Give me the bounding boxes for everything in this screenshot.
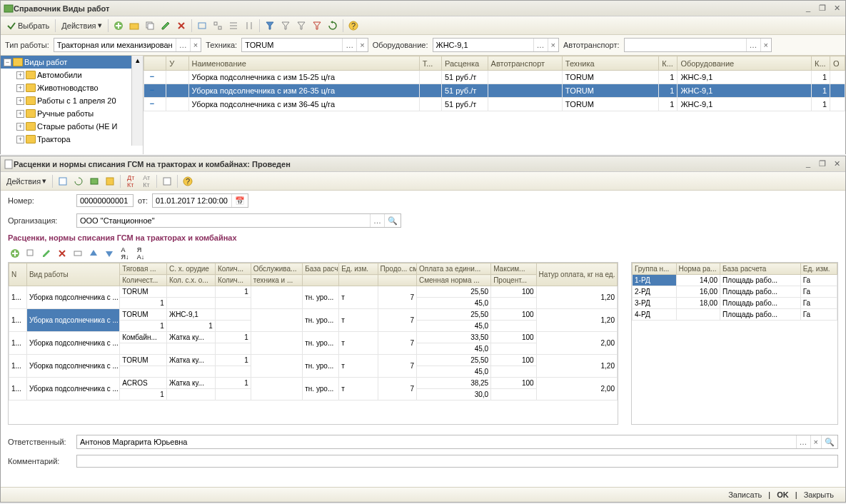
minimize-button[interactable]: _: [802, 159, 814, 169]
row-down-button[interactable]: [102, 246, 116, 261]
clear-icon[interactable]: ×: [548, 39, 558, 51]
auto-input[interactable]: [625, 39, 746, 51]
type-combo[interactable]: …×: [54, 38, 201, 52]
auto-combo[interactable]: …×: [624, 38, 772, 52]
col-header[interactable]: Вид работы: [26, 263, 119, 286]
row-add-button[interactable]: [8, 246, 22, 261]
col-header[interactable]: Количест...: [120, 275, 167, 286]
clear-icon[interactable]: ×: [190, 39, 201, 51]
go-button[interactable]: [87, 174, 101, 188]
col-header[interactable]: С. х. орудие: [166, 263, 215, 275]
clear-icon[interactable]: ×: [356, 39, 367, 51]
col-header[interactable]: Оплата за едини...: [416, 263, 490, 275]
dots-icon[interactable]: …: [796, 435, 810, 448]
tech-combo[interactable]: …×: [241, 38, 368, 52]
resp-input[interactable]: [77, 435, 796, 448]
org-combo[interactable]: …🔍: [76, 213, 401, 228]
maximize-button[interactable]: ❐: [817, 159, 828, 169]
col-header[interactable]: Кол. с.х. о...: [166, 275, 215, 286]
post-button[interactable]: [56, 174, 70, 188]
sort-button[interactable]: [242, 19, 256, 33]
dots-icon[interactable]: …: [533, 39, 548, 51]
table-row[interactable]: 1...Уборка подсолнечника с ...TORUMЖатка…: [9, 355, 618, 366]
side-grid[interactable]: Группа н...Норма ра...База расчетаЕд. из…: [631, 262, 838, 425]
row-delete-button[interactable]: [55, 246, 69, 261]
col-header[interactable]: Норма ра...: [676, 263, 720, 275]
col-header[interactable]: У: [166, 56, 188, 71]
dots-icon[interactable]: …: [342, 39, 356, 51]
col-header[interactable]: Процент...: [491, 275, 536, 286]
select-button[interactable]: Выбрать: [4, 21, 52, 31]
move-button[interactable]: [195, 19, 209, 33]
filter-off-button[interactable]: [278, 19, 293, 33]
number-input[interactable]: [76, 194, 134, 207]
equip-input[interactable]: [433, 39, 533, 51]
col-header[interactable]: Расценка: [441, 56, 488, 71]
tree-item[interactable]: +Ручные работы: [1, 107, 131, 120]
col-header[interactable]: [144, 56, 166, 71]
calendar-icon[interactable]: 📅: [231, 194, 248, 207]
col-header[interactable]: Ед. изм.: [800, 263, 837, 275]
maximize-button[interactable]: ❐: [817, 4, 828, 14]
resp-combo[interactable]: …×🔍: [76, 435, 838, 449]
filter-by-button[interactable]: [294, 19, 308, 33]
add-button[interactable]: [111, 19, 126, 33]
col-header[interactable]: Продо... смен...: [378, 263, 416, 275]
col-header[interactable]: [378, 275, 416, 286]
refresh-button-2[interactable]: [71, 174, 86, 188]
col-header[interactable]: [339, 275, 378, 286]
table-row[interactable]: 1...Уборка подсолнечника с ...TORUMЖНС-9…: [9, 309, 618, 321]
table-row[interactable]: 1...Уборка подсолнечника с ...Комбайн...…: [9, 332, 618, 343]
col-header[interactable]: Т...: [419, 56, 441, 71]
table-row[interactable]: 2-РД16,00Площадь рабо...Га: [633, 286, 837, 298]
ok-button[interactable]: OK: [772, 490, 793, 499]
col-header[interactable]: Группа н...: [633, 263, 677, 275]
col-header[interactable]: Обслужива...: [251, 263, 303, 275]
col-header[interactable]: N: [9, 263, 27, 286]
expand-icon[interactable]: +: [16, 110, 24, 118]
col-header[interactable]: Колич...: [215, 263, 251, 275]
tree-item[interactable]: +Работы с 1 апреля 20: [1, 94, 131, 107]
tree-item[interactable]: +Старые работы (НЕ И: [1, 120, 131, 133]
tree-item[interactable]: +Животноводство: [1, 81, 131, 94]
table-row[interactable]: 1-РД14,00Площадь рабо...Га: [633, 275, 837, 286]
expand-icon[interactable]: +: [16, 136, 24, 143]
col-header[interactable]: Натур оплата, кг на ед. изм.: [536, 263, 617, 286]
equip-combo[interactable]: …×: [433, 38, 559, 52]
clear-icon[interactable]: ×: [810, 435, 821, 448]
row-end-button[interactable]: [71, 246, 85, 261]
main-grid[interactable]: NВид работыТяговая ...С. х. орудиеКолич.…: [8, 262, 618, 425]
search-icon[interactable]: 🔍: [384, 214, 401, 227]
structure-button[interactable]: [103, 174, 117, 188]
tree-item[interactable]: −Виды работ: [1, 56, 131, 69]
col-header[interactable]: Техника: [562, 56, 659, 71]
save-button[interactable]: Записать: [724, 490, 766, 499]
filter-button[interactable]: [263, 19, 277, 33]
col-header[interactable]: К...: [812, 56, 830, 71]
table-row[interactable]: 4-РДПлощадь рабо...Га: [633, 309, 837, 321]
expand-icon[interactable]: +: [16, 71, 24, 79]
row-edit-button[interactable]: [39, 246, 54, 261]
grid-1[interactable]: УНаименованиеТ...РасценкаАвтотранспортТе…: [143, 56, 845, 154]
search-icon[interactable]: 🔍: [821, 435, 837, 448]
delete-button[interactable]: [174, 19, 188, 33]
col-header[interactable]: [303, 275, 339, 286]
tree-item[interactable]: +Трактора: [1, 133, 131, 146]
ak-button[interactable]: АтКт: [139, 174, 153, 188]
filter-clear-button[interactable]: [310, 19, 324, 33]
dots-icon[interactable]: …: [176, 39, 190, 51]
col-header[interactable]: техника и ...: [251, 275, 303, 286]
add-group-button[interactable]: [127, 19, 141, 33]
list-button[interactable]: [226, 19, 241, 33]
col-header[interactable]: Максим...: [491, 263, 536, 275]
table-row[interactable]: 1...Уборка подсолнечника с ...ACROSЖатка…: [9, 378, 618, 389]
row-up-button[interactable]: [86, 246, 101, 261]
report-button[interactable]: [160, 174, 174, 188]
expand-icon[interactable]: +: [16, 123, 24, 131]
col-header[interactable]: Сменная норма ...: [416, 275, 490, 286]
tree-scrollbar[interactable]: ▴: [131, 56, 143, 146]
col-header[interactable]: Оборудование: [678, 56, 812, 71]
type-input[interactable]: [54, 39, 176, 51]
table-row[interactable]: 1...Уборка подсолнечника с ...TORUM1тн. …: [9, 286, 618, 298]
close-button[interactable]: ✕: [831, 159, 842, 169]
